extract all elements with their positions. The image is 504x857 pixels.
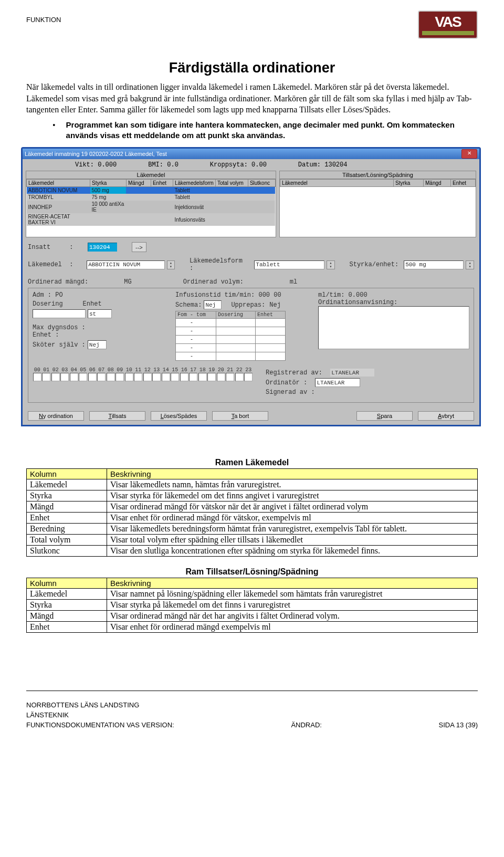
hour-box[interactable] bbox=[244, 373, 253, 381]
hour-box[interactable] bbox=[189, 373, 197, 381]
hour-cell[interactable]: 00 bbox=[33, 367, 42, 381]
maxd-label: Max dygnsdos : bbox=[33, 324, 165, 331]
skoter-input[interactable]: Nej bbox=[88, 340, 107, 349]
hour-cell[interactable]: 21 bbox=[226, 367, 235, 381]
col-r-enh[interactable]: Enhet bbox=[451, 180, 476, 187]
close-icon[interactable]: ✕ bbox=[461, 149, 477, 159]
table-row[interactable]: INNOHEP10 000 antiXa IEInjektionsvät bbox=[27, 201, 276, 213]
desc-table-1: KolumnBeskrivning LäkemedelVisar läkemed… bbox=[26, 468, 478, 557]
avbryt-button[interactable]: Avbryt bbox=[418, 411, 474, 421]
ordanv-textarea[interactable] bbox=[318, 306, 469, 349]
lakform-input[interactable]: Tablett bbox=[254, 260, 324, 269]
ny-ordination-button[interactable]: Ny ordination bbox=[28, 411, 84, 421]
hour-box[interactable] bbox=[198, 373, 207, 381]
hour-cell[interactable]: 06 bbox=[88, 367, 97, 381]
hour-cell[interactable]: 22 bbox=[235, 367, 244, 381]
table-row[interactable]: TROMBYL75 mgTablett bbox=[27, 194, 276, 201]
hour-box[interactable] bbox=[97, 373, 106, 381]
hour-cell[interactable]: 11 bbox=[134, 367, 143, 381]
hour-cell[interactable]: 05 bbox=[79, 367, 88, 381]
hour-box[interactable] bbox=[134, 373, 142, 381]
hour-box[interactable] bbox=[226, 373, 234, 381]
hour-cell[interactable]: 18 bbox=[198, 367, 207, 381]
hour-cell[interactable]: 08 bbox=[106, 367, 116, 381]
schedule-table[interactable]: Fom - tomDoseringEnhet - - - - - bbox=[175, 311, 286, 361]
table-row: SlutkoncVisar den slutliga koncentration… bbox=[27, 546, 478, 557]
hour-cell[interactable]: 12 bbox=[143, 367, 152, 381]
col-tvol[interactable]: Total volym bbox=[215, 180, 248, 187]
spinner-icon[interactable]: ▴▾ bbox=[167, 260, 175, 269]
hour-cell[interactable]: 01 bbox=[42, 367, 51, 381]
hour-cell[interactable]: 17 bbox=[189, 367, 198, 381]
spara-button[interactable]: Spara bbox=[356, 411, 413, 421]
hour-cell[interactable]: 15 bbox=[171, 367, 180, 381]
page-title: Färdigställa ordinationer bbox=[26, 60, 478, 76]
hour-cell[interactable]: 19 bbox=[207, 367, 217, 381]
hour-box[interactable] bbox=[88, 373, 97, 381]
styrka-input[interactable]: 500 mg bbox=[404, 260, 464, 269]
hour-cell[interactable]: 09 bbox=[116, 367, 125, 381]
hour-cell[interactable]: 13 bbox=[152, 367, 162, 381]
hour-box[interactable] bbox=[116, 373, 124, 381]
hour-box[interactable] bbox=[152, 373, 161, 381]
col-lakemedel[interactable]: Läkemedel bbox=[27, 180, 90, 187]
table-row: StyrkaVisar styrka för läkemedel om det … bbox=[27, 490, 478, 501]
enhet-input[interactable]: st bbox=[88, 309, 112, 318]
tillsats-button[interactable]: Tillsats bbox=[89, 411, 145, 421]
hour-box[interactable] bbox=[171, 373, 179, 381]
col-form[interactable]: Läkemedelsform bbox=[173, 180, 215, 187]
spinner-icon[interactable]: ▴▾ bbox=[327, 260, 335, 269]
hour-box[interactable] bbox=[180, 373, 188, 381]
hour-cell[interactable]: 23 bbox=[244, 367, 254, 381]
insatt-input[interactable]: 130204 bbox=[88, 243, 117, 252]
table-row: Total volymVisar total volym efter spädn… bbox=[27, 535, 478, 546]
hour-cell[interactable]: 16 bbox=[180, 367, 189, 381]
hour-box[interactable] bbox=[42, 373, 50, 381]
hour-cell[interactable]: 02 bbox=[51, 367, 60, 381]
pane-title-left: Läkemedel bbox=[26, 171, 276, 179]
lakemedel-input[interactable]: ABBOTICIN NOVUM bbox=[87, 260, 165, 269]
col-styrka[interactable]: Styrka bbox=[90, 180, 127, 187]
table-row[interactable]: RINGER-ACETAT BAXTER VIInfusionsväts bbox=[27, 213, 276, 226]
window-titlebar[interactable]: Läkemedel inmatning 19 020202-0202 Läkem… bbox=[23, 149, 479, 159]
dosering-input[interactable] bbox=[33, 309, 86, 318]
hour-box[interactable] bbox=[33, 373, 41, 381]
loses-button[interactable]: Löses/Spädes bbox=[151, 411, 207, 421]
hour-box[interactable] bbox=[207, 373, 216, 381]
hour-box[interactable] bbox=[162, 373, 170, 381]
ord-input[interactable]: LTANELAR bbox=[315, 378, 360, 387]
hour-cell[interactable]: 20 bbox=[216, 367, 226, 381]
spinner-icon[interactable]: ▴▾ bbox=[466, 260, 474, 269]
grid-lakemedel[interactable]: Läkemedel Styrka Mängd Enhet Läkemedelsf… bbox=[26, 179, 276, 226]
schema-input[interactable]: Nej bbox=[204, 300, 222, 309]
hour-box[interactable] bbox=[79, 373, 87, 381]
col-r-man[interactable]: Mängd bbox=[424, 180, 451, 187]
skoter-label: Sköter själv : bbox=[33, 341, 86, 349]
col-enhet[interactable]: Enhet bbox=[151, 180, 173, 187]
arrow-button[interactable]: --> bbox=[132, 242, 146, 252]
hour-box[interactable] bbox=[107, 373, 115, 381]
hour-box[interactable] bbox=[60, 373, 69, 381]
pane-title-right: Tillsatser/Lösning/Spädning bbox=[280, 171, 476, 179]
upprepas-val: Nej bbox=[269, 301, 281, 309]
tabort-button[interactable]: Ta bort bbox=[212, 411, 268, 421]
hour-cell[interactable]: 07 bbox=[97, 367, 107, 381]
hour-cell[interactable]: 14 bbox=[161, 367, 171, 381]
hour-box[interactable] bbox=[235, 373, 244, 381]
table-row[interactable]: ABBOTICIN NOVUM500 mgTablett bbox=[27, 187, 276, 194]
grid-tillsatser[interactable]: Läkemedel Styrka Mängd Enhet bbox=[280, 179, 476, 187]
col-slutk[interactable]: Slutkonc bbox=[248, 180, 275, 187]
hour-box[interactable] bbox=[51, 373, 60, 381]
hours-grid[interactable]: 0001020304050607080910111213141516171819… bbox=[33, 367, 253, 381]
hour-box[interactable] bbox=[125, 373, 133, 381]
hour-cell[interactable]: 03 bbox=[60, 367, 70, 381]
mg-label: MG bbox=[124, 278, 131, 286]
hour-box[interactable] bbox=[70, 373, 78, 381]
hour-cell[interactable]: 04 bbox=[69, 367, 79, 381]
col-r-sty[interactable]: Styrka bbox=[394, 180, 424, 187]
col-r-lak[interactable]: Läkemedel bbox=[280, 180, 393, 187]
col-mangd[interactable]: Mängd bbox=[126, 180, 151, 187]
hour-box[interactable] bbox=[143, 373, 152, 381]
hour-cell[interactable]: 10 bbox=[124, 367, 134, 381]
hour-box[interactable] bbox=[217, 373, 225, 381]
